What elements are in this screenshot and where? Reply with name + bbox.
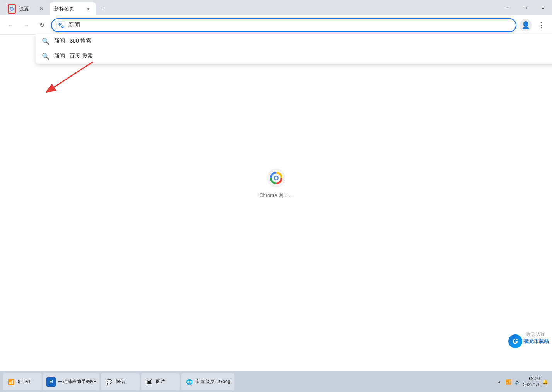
tab-settings[interactable]: ⚙ 设置 ✕ xyxy=(3,2,50,15)
tab-new-tab-close[interactable]: ✕ xyxy=(84,5,91,12)
main-content: Chrome 网上... 激活 Win 转到"设置" G 极光下载站 xyxy=(0,35,552,371)
address-input[interactable] xyxy=(68,22,511,28)
tab-bar: ⚙ 设置 ✕ 新标签页 ✕ + − □ ✕ xyxy=(0,0,552,15)
tab-settings-close[interactable]: ✕ xyxy=(38,5,45,12)
chrome-logo-svg xyxy=(270,172,282,184)
tray-date-value: 2021/1/1 xyxy=(523,382,540,388)
window-controls: − □ ✕ xyxy=(499,0,552,15)
tab-new-tab[interactable]: 新标签页 ✕ xyxy=(50,2,96,15)
menu-icon: ⋮ xyxy=(538,21,545,29)
aurora-brand-text: 极光下载站 xyxy=(524,338,549,345)
autocomplete-text-1: 新闻 - 360 搜索 xyxy=(54,38,552,45)
search-icon-2: 🔍 xyxy=(42,53,50,60)
taskbar-item-5[interactable]: 🌐 新标签页 - Googl xyxy=(181,373,234,390)
taskbar-label-2: 一键排班助手/MyE xyxy=(58,378,96,385)
settings-gear-icon: ⚙ xyxy=(8,4,16,14)
chrome-store-label: Chrome 网上... xyxy=(259,192,293,199)
aurora-brand: G 极光下载站 xyxy=(508,334,549,348)
watermark-line2: 转到"设置" xyxy=(522,338,544,344)
chrome-logo-container: Chrome 网上... xyxy=(259,169,293,199)
tray-icon-1[interactable]: ∧ xyxy=(495,378,503,386)
address-bar-container: 🐾 🔍 新闻 - 360 搜索 🔍 新闻 - 百度 搜索 xyxy=(51,18,516,32)
taskbar-icon-1: 📶 xyxy=(6,377,15,387)
forward-button[interactable]: → xyxy=(20,19,32,31)
taskbar-icon-4: 🖼 xyxy=(144,377,154,387)
tray-icon-sound[interactable]: 🔊 xyxy=(514,378,521,386)
taskbar-item-4[interactable]: 🖼 图片 xyxy=(141,373,180,390)
tray-notification[interactable]: 🔔 xyxy=(541,378,549,386)
tab-new-tab-label: 新标签页 xyxy=(54,5,81,12)
profile-button[interactable]: 👤 xyxy=(520,19,532,31)
forward-icon: → xyxy=(23,22,29,29)
autocomplete-text-2: 新闻 - 百度 搜索 xyxy=(54,53,552,60)
taskbar-label-3: 微信 xyxy=(116,378,125,385)
activate-windows-watermark: 激活 Win 转到"设置" xyxy=(522,331,544,344)
tray-time-value: 09:30 xyxy=(523,376,540,382)
svg-point-8 xyxy=(275,177,277,180)
taskbar-label-5: 新标签页 - Googl xyxy=(196,378,231,385)
taskbar-tray: ∧ 📶 🔊 09:30 2021/1/1 🔔 xyxy=(495,376,549,388)
minimize-button[interactable]: − xyxy=(499,0,516,15)
tray-icon-network[interactable]: 📶 xyxy=(504,378,512,386)
svg-line-1 xyxy=(54,62,93,87)
aurora-logo: G xyxy=(508,334,522,348)
maximize-button[interactable]: □ xyxy=(516,0,534,15)
autocomplete-item-1[interactable]: 🔍 新闻 - 360 搜索 xyxy=(36,34,552,49)
close-button[interactable]: ✕ xyxy=(534,0,552,15)
autocomplete-item-2[interactable]: 🔍 新闻 - 百度 搜索 xyxy=(36,49,552,64)
profile-icon: 👤 xyxy=(521,21,530,29)
new-tab-button[interactable]: + xyxy=(97,3,108,14)
back-button[interactable]: ← xyxy=(5,19,17,31)
back-icon: ← xyxy=(8,22,14,29)
address-bar[interactable]: 🐾 xyxy=(51,18,516,32)
taskbar-label-1: 缸T&T xyxy=(18,378,31,385)
taskbar-icon-3: 💬 xyxy=(104,377,113,387)
taskbar-item-1[interactable]: 📶 缸T&T xyxy=(3,373,42,390)
search-icon-1: 🔍 xyxy=(42,38,50,45)
browser-window: ⚙ 设置 ✕ 新标签页 ✕ + − □ ✕ ← → ↻ xyxy=(0,0,552,371)
aurora-logo-letter: G xyxy=(513,337,518,346)
taskbar-icon-5: 🌐 xyxy=(185,377,194,387)
tab-settings-label: 设置 xyxy=(19,5,35,12)
taskbar-label-4: 图片 xyxy=(156,378,165,385)
taskbar-item-3[interactable]: 💬 微信 xyxy=(101,373,140,390)
taskbar-icon-2: M xyxy=(46,377,56,387)
extension-icon: 🐾 xyxy=(56,21,65,29)
chrome-logo xyxy=(267,169,285,187)
aurora-brand-name: 极光下载站 xyxy=(524,338,549,345)
tray-clock: 09:30 2021/1/1 xyxy=(523,376,540,388)
taskbar-item-2[interactable]: M 一键排班助手/MyE xyxy=(43,373,99,390)
refresh-icon: ↻ xyxy=(39,21,44,29)
menu-button[interactable]: ⋮ xyxy=(535,19,547,31)
nav-bar: ← → ↻ 🐾 🔍 新闻 - 360 搜索 🔍 新闻 - 百度 搜索 xyxy=(0,15,552,35)
autocomplete-dropdown: 🔍 新闻 - 360 搜索 🔍 新闻 - 百度 搜索 xyxy=(36,34,552,64)
watermark-line1: 激活 Win xyxy=(522,331,544,338)
refresh-button[interactable]: ↻ xyxy=(36,19,48,31)
taskbar: 📶 缸T&T M 一键排班助手/MyE 💬 微信 🖼 图片 🌐 新标签页 - G… xyxy=(0,371,552,392)
